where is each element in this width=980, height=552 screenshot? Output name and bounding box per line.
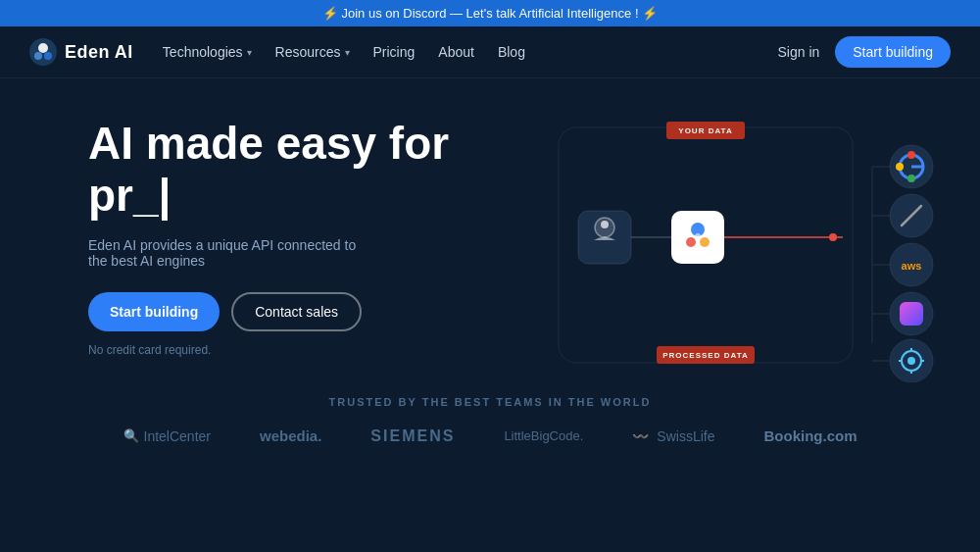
signin-button[interactable]: Sign in — [777, 44, 819, 60]
nav-resources[interactable]: Resources ▾ — [275, 44, 350, 60]
brand-webedia: webedia. — [260, 427, 321, 444]
chevron-down-icon: ▾ — [345, 47, 350, 58]
svg-point-2 — [34, 52, 42, 60]
nav-blog[interactable]: Blog — [498, 44, 525, 60]
nav-technologies[interactable]: Technologies ▾ — [163, 44, 252, 60]
brand-littlebigcode: LittleBigCode. — [504, 428, 583, 443]
top-banner[interactable]: ⚡ Join us on Discord — Let's talk Artifi… — [0, 0, 980, 26]
brand-intelcenter: 🔍 IntelCenter — [123, 428, 211, 444]
brand-siemens: SIEMENS — [370, 427, 455, 445]
brand-booking: Booking.com — [763, 427, 857, 444]
nav-links: Technologies ▾ Resources ▾ Pricing About… — [163, 44, 778, 60]
nav-actions: Sign in Start building — [777, 36, 951, 68]
logo-text: Eden AI — [65, 42, 133, 63]
hero-title: AI made easy for pr_| — [88, 118, 921, 222]
hero-title-animated: pr_ — [88, 170, 159, 221]
cursor: | — [159, 170, 172, 221]
nav-about[interactable]: About — [438, 44, 474, 60]
logo[interactable]: Eden AI — [29, 38, 133, 66]
svg-point-1 — [38, 43, 48, 53]
hero-buttons: Start building Contact sales — [88, 292, 921, 331]
no-credit-text: No credit card required. — [88, 343, 921, 357]
hero-left: AI made easy for pr_| Eden AI provides a… — [88, 118, 921, 357]
brand-logos: 🔍 IntelCenter webedia. SIEMENS LittleBig… — [0, 427, 980, 445]
nav-pricing[interactable]: Pricing — [373, 44, 416, 60]
intelcenter-icon: 🔍 — [123, 428, 139, 443]
contact-sales-button[interactable]: Contact sales — [231, 292, 362, 331]
trusted-section: TRUSTED BY THE BEST TEAMS IN THE WORLD 🔍… — [0, 376, 980, 461]
trusted-label: TRUSTED BY THE BEST TEAMS IN THE WORLD — [0, 396, 980, 408]
start-building-button[interactable]: Start building — [88, 292, 220, 331]
start-building-button-nav[interactable]: Start building — [835, 36, 951, 68]
chevron-down-icon: ▾ — [247, 47, 252, 58]
eden-logo-icon — [29, 38, 57, 66]
banner-text: ⚡ Join us on Discord — Let's talk Artifi… — [322, 6, 658, 21]
hero-section: AI made easy for pr_| Eden AI provides a… — [0, 78, 980, 376]
svg-point-3 — [44, 52, 52, 60]
navbar: Eden AI Technologies ▾ Resources ▾ Prici… — [0, 26, 980, 78]
brand-swisslife: 〰️ SwissLife — [632, 428, 714, 444]
svg-point-34 — [907, 357, 915, 365]
hero-description: Eden AI provides a unique API connected … — [88, 237, 363, 269]
swisslife-icon: 〰️ — [632, 428, 649, 444]
